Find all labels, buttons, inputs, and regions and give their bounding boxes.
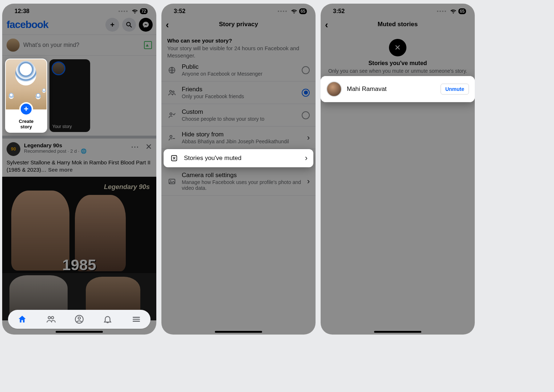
user-avatar[interactable] xyxy=(7,39,20,52)
home-indicator[interactable] xyxy=(215,331,262,333)
messenger-button[interactable] xyxy=(139,18,153,32)
muted-hero-icon: ✕ xyxy=(389,39,406,56)
post-dismiss-button[interactable]: ✕ xyxy=(145,142,152,152)
post-image[interactable]: Legendary 90s 1985 xyxy=(2,177,156,320)
hero-description: Only you can see when you mute or unmute… xyxy=(326,68,469,74)
option-friends[interactable]: FriendsOnly your Facebook friends xyxy=(161,81,316,104)
status-bar: 3:52 65 xyxy=(321,4,475,16)
plus-icon: + xyxy=(19,102,33,116)
post-menu-button[interactable]: ⋯ xyxy=(131,142,139,152)
tab-menu[interactable] xyxy=(132,315,141,324)
stories-tray[interactable]: + Create story Your story xyxy=(2,56,156,139)
cell-signal-icon xyxy=(119,11,128,12)
empty-state-header: ✕ Stories you've muted Only you can see … xyxy=(321,32,475,76)
home-indicator[interactable] xyxy=(374,331,421,333)
tab-friends[interactable] xyxy=(46,315,56,324)
create-button[interactable]: + xyxy=(105,18,119,32)
hide-icon xyxy=(167,134,177,142)
clock: 3:52 xyxy=(174,8,185,15)
option-label: Public xyxy=(182,63,297,71)
hero-title: Stories you've muted xyxy=(326,60,469,67)
tab-profile[interactable] xyxy=(75,315,84,324)
photo-icon[interactable] xyxy=(144,41,152,49)
custom-icon xyxy=(167,111,177,119)
option-hide-story-from[interactable]: Hide story fromAbbas Bhatiya and Jibin J… xyxy=(161,127,316,149)
section-title: Who can see your story? xyxy=(167,37,310,44)
cell-signal-icon xyxy=(437,11,446,12)
chevron-right-icon: › xyxy=(307,177,310,186)
svg-point-5 xyxy=(170,113,172,115)
tab-notifications[interactable] xyxy=(103,315,112,324)
chevron-right-icon: › xyxy=(305,153,308,163)
post-text: Sylvester Stallone & Harry Mok in Rambo … xyxy=(7,159,152,174)
image-watermark: Legendary 90s xyxy=(104,183,150,191)
battery-indicator: 65 xyxy=(458,8,466,14)
option-subtitle: Manage how Facebook uses your profile's … xyxy=(182,179,302,191)
option-label: Camera roll settings xyxy=(182,172,302,179)
globe-icon xyxy=(167,66,177,74)
clock: 3:52 xyxy=(333,8,345,15)
page-name[interactable]: Legendary 90s xyxy=(24,142,127,148)
wifi-icon xyxy=(132,7,138,15)
screen-title: Muted stories xyxy=(378,21,418,28)
feed-screen: 12:38 72 facebook + What's on your mind? xyxy=(2,4,156,335)
option-label: Custom xyxy=(182,108,297,116)
composer[interactable]: What's on your mind? xyxy=(2,35,156,56)
option-custom[interactable]: CustomChoose people to show your story t… xyxy=(161,104,316,127)
story-name-label: Your story xyxy=(52,124,72,129)
friends-icon xyxy=(167,89,177,97)
svg-point-3 xyxy=(78,317,81,320)
user-name: Mahi Ramavat xyxy=(347,85,435,93)
tab-home[interactable] xyxy=(17,315,27,324)
search-button[interactable] xyxy=(122,18,136,32)
facebook-logo: facebook xyxy=(7,19,48,31)
radio-unselected[interactable] xyxy=(302,66,310,74)
image-year: 1985 xyxy=(62,256,96,274)
home-indicator[interactable] xyxy=(56,331,103,333)
screen-title: Story privacy xyxy=(219,21,258,28)
page-avatar[interactable]: 90 xyxy=(7,142,20,156)
radio-unselected[interactable] xyxy=(302,111,310,119)
option-camera-roll[interactable]: Camera roll settingsManage how Facebook … xyxy=(161,167,316,196)
bottom-tab-bar xyxy=(8,310,150,329)
option-label: Stories you've muted xyxy=(184,155,300,162)
wifi-icon xyxy=(450,7,457,15)
clock: 12:38 xyxy=(15,8,29,15)
app-header: facebook + xyxy=(2,16,156,35)
muted-user-row: Mahi Ramavat Unmute xyxy=(321,76,475,102)
your-story-card[interactable]: Your story xyxy=(49,59,90,132)
create-story-label: Create story xyxy=(6,119,47,130)
option-muted-stories[interactable]: Stories you've muted › xyxy=(164,149,313,167)
option-subtitle: Only your Facebook friends xyxy=(182,93,297,99)
back-button[interactable]: ‹ xyxy=(166,19,169,31)
composer-placeholder[interactable]: What's on your mind? xyxy=(23,42,140,48)
cell-signal-icon xyxy=(278,11,287,12)
muted-stories-screen: 3:52 65 ‹ Muted stories ✕ Stories you've… xyxy=(321,4,475,335)
radio-selected[interactable] xyxy=(302,89,310,97)
svg-line-1 xyxy=(130,26,132,27)
option-subtitle: Choose people to show your story to xyxy=(182,116,297,122)
status-bar: 3:52 65 xyxy=(161,4,316,16)
nav-bar: ‹ Muted stories xyxy=(321,16,475,32)
svg-point-6 xyxy=(170,135,172,137)
status-bar: 12:38 72 xyxy=(2,4,156,16)
user-avatar[interactable] xyxy=(326,81,342,97)
option-label: Hide story from xyxy=(182,131,302,138)
battery-indicator: 65 xyxy=(299,8,307,14)
svg-point-9 xyxy=(170,180,171,181)
section-description: Your story will be visible for 24 hours … xyxy=(167,45,310,59)
see-more-link[interactable]: See more xyxy=(48,167,73,173)
feed-post: 90 Legendary 90s Recommended post · 2 d … xyxy=(2,139,156,324)
wifi-icon xyxy=(291,7,297,15)
camera-roll-icon xyxy=(167,177,177,185)
unmute-button[interactable]: Unmute xyxy=(441,84,469,95)
back-button[interactable]: ‹ xyxy=(325,19,328,31)
option-subtitle: Anyone on Facebook or Messenger xyxy=(182,71,297,77)
option-label: Friends xyxy=(182,86,297,93)
create-story-card[interactable]: + Create story xyxy=(6,59,47,132)
option-subtitle: Abbas Bhatiya and Jibin Joseph Peedikath… xyxy=(182,139,302,144)
nav-bar: ‹ Story privacy xyxy=(161,16,316,32)
muted-icon xyxy=(169,154,179,162)
option-public[interactable]: PublicAnyone on Facebook or Messenger xyxy=(161,59,316,81)
post-meta: Recommended post · 2 d · 🌐 xyxy=(24,148,127,154)
